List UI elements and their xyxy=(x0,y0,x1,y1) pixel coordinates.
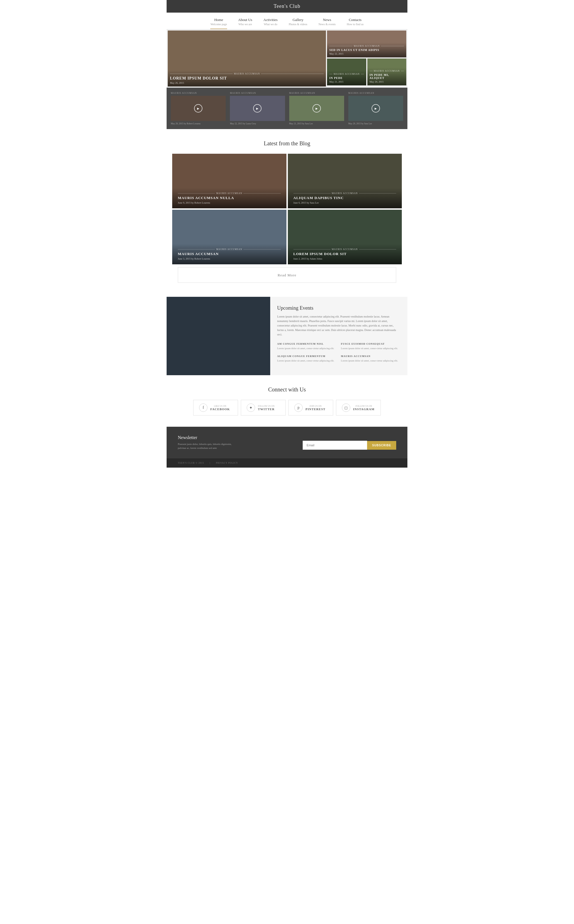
video-author-2: MAURIS ACCUMSAN xyxy=(289,92,344,95)
footer-bottom: TEEN'S CLUB © 2015 | PRIVACY POLICY xyxy=(167,458,407,468)
subscribe-button[interactable]: SUBSCRIBE xyxy=(367,441,396,450)
twitter-icon: ✦ xyxy=(247,404,255,412)
nav-item-contacts[interactable]: ContactsHow to find us xyxy=(341,16,369,29)
footer-copyright: TEEN'S CLUB © 2015 xyxy=(178,462,204,464)
blog-section-title: Latest from the Blog xyxy=(172,140,402,147)
hero-sm-1-title: SED IN LACUS UT ENIM ADIPIS xyxy=(329,49,404,52)
blog-card-3-title: MAURIS ACCUMSAN xyxy=(178,252,281,256)
hero-main-overlay: MAURIS ACCUMSAN LOREM IPSUM DOLOR SIT Ma… xyxy=(168,70,326,87)
connect-section: Connect with Us f Like us on FACEBOOK ✦ … xyxy=(167,375,407,427)
nav-item-about[interactable]: About UsWho we are xyxy=(233,16,258,29)
nav-sub-contacts: How to find us xyxy=(347,23,364,26)
video-item-0: MAURIS ACCUMSAN ▶ May 29, 2015 by Robert… xyxy=(171,92,226,125)
footer-privacy-link[interactable]: PRIVACY POLICY xyxy=(216,462,238,464)
event-3-name: ALIQUAM CONGUE FERMENTUM xyxy=(277,355,337,358)
blog-card-2[interactable]: MAURIS ACCUMSAN ALIQUAM DAPIBUS TINC Jun… xyxy=(288,154,402,208)
blog-card-1-title: MAURIS ACCUMSAN NULLA xyxy=(178,196,281,200)
nav-item-news[interactable]: NewsNews & events xyxy=(313,16,341,29)
hero-sm-3-date: May 20, 2015 xyxy=(370,80,404,83)
hero-sm-1-date: May 22, 2015 xyxy=(329,52,404,55)
video-author-0: MAURIS ACCUMSAN xyxy=(171,92,226,95)
hero-main-image[interactable]: MAURIS ACCUMSAN LOREM IPSUM DOLOR SIT Ma… xyxy=(168,30,326,87)
instagram-button[interactable]: ◻ Follow us on INSTAGRAM xyxy=(336,400,381,416)
pinterest-icon: p xyxy=(294,404,303,412)
play-button-3[interactable]: ▶ xyxy=(372,104,380,113)
event-2-desc: Lorem ipsum dolor sit amet, conse-ctetur… xyxy=(341,347,401,350)
play-button-0[interactable]: ▶ xyxy=(194,104,202,113)
event-item-4: MAURIS ACCUMSAN Lorem ipsum dolor sit am… xyxy=(341,355,401,363)
video-thumb-2[interactable]: ▶ xyxy=(289,96,344,121)
blog-card-3[interactable]: MAURIS ACCUMSAN MAURIS ACCUMSAN June 3, … xyxy=(172,210,287,264)
event-4-name: MAURIS ACCUMSAN xyxy=(341,355,401,358)
events-grid: AM CONGUE FERMENTUM NISL Lorem ipsum dol… xyxy=(277,342,401,363)
connect-section-title: Connect with Us xyxy=(172,386,402,393)
video-author-1: MAURIS ACCUMSAN xyxy=(230,92,285,95)
event-1-desc: Lorem ipsum dolor sit amet, conse-ctetur… xyxy=(277,347,337,350)
blog-card-1-author: MAURIS ACCUMSAN xyxy=(178,192,281,195)
hero-sm-1[interactable]: MAURIS ACCUMSAN SED IN LACUS UT ENIM ADI… xyxy=(327,30,406,57)
site-title: Teen's Club xyxy=(274,3,300,9)
blog-card-4[interactable]: MAURIS ACCUMSAN LOREM IPSUM DOLOR SIT Ju… xyxy=(288,210,402,264)
blog-card-1-meta: June 9, 2015 by Robert Lourens xyxy=(178,201,281,204)
video-author-3: MAURIS ACCUMSAN xyxy=(348,92,403,95)
video-meta-1: May 22, 2015 by Laura Grey xyxy=(230,122,285,125)
nav-item-home[interactable]: HomeWelcome page xyxy=(205,16,233,29)
pinterest-text: Join us on PINTEREST xyxy=(306,405,325,411)
hero-main-author: MAURIS ACCUMSAN xyxy=(170,73,324,75)
nav-label-news: News xyxy=(319,17,336,22)
event-item-1: AM CONGUE FERMENTUM NISL Lorem ipsum dol… xyxy=(277,342,337,350)
blog-grid: MAURIS ACCUMSAN MAURIS ACCUMSAN NULLA Ju… xyxy=(172,154,402,264)
instagram-name: INSTAGRAM xyxy=(353,407,375,411)
blog-card-1[interactable]: MAURIS ACCUMSAN MAURIS ACCUMSAN NULLA Ju… xyxy=(172,154,287,208)
nav-label-about: About Us xyxy=(238,17,252,22)
hero-main-date: May 26, 2015 xyxy=(170,82,324,84)
play-button-2[interactable]: ▶ xyxy=(312,104,321,113)
twitter-text: Follow us on TWITTER xyxy=(258,405,275,411)
email-input[interactable] xyxy=(303,441,367,450)
hero-sm-3[interactable]: MAURIS ACCUMSAN IN PEDE MI, ALIQUET May … xyxy=(367,58,406,85)
instagram-text: Follow us on INSTAGRAM xyxy=(353,405,375,411)
nav-item-gallery[interactable]: GalleryPhotos & videos xyxy=(283,16,313,29)
facebook-text: Like us on FACEBOOK xyxy=(210,405,230,411)
video-meta-0: May 29, 2015 by Robert Losurus xyxy=(171,122,226,125)
footer-separator: | xyxy=(210,462,211,464)
newsletter-text: Newsletter Praesent justo dolor, loborti… xyxy=(178,435,234,450)
blog-card-3-author: MAURIS ACCUMSAN xyxy=(178,248,281,251)
nav-label-contacts: Contacts xyxy=(347,17,364,22)
nav-sub-home: Welcome page xyxy=(211,23,227,26)
pinterest-button[interactable]: p Join us on PINTEREST xyxy=(289,400,333,416)
instagram-sub: Follow us on xyxy=(353,405,375,407)
facebook-button[interactable]: f Like us on FACEBOOK xyxy=(193,400,238,416)
event-2-name: FUSCE EUISMOD CONSEQUAT xyxy=(341,342,401,345)
social-buttons: f Like us on FACEBOOK ✦ Follow us on TWI… xyxy=(172,400,402,416)
hero-sm-3-title: IN PEDE MI, ALIQUET xyxy=(370,73,404,79)
blog-card-4-meta: June 2, 2015 by Adam Johns xyxy=(293,257,396,260)
events-image xyxy=(167,297,270,375)
video-item-2: MAURIS ACCUMSAN ▶ May 21, 2015 by Sara L… xyxy=(289,92,344,125)
hero-sm-3-author: MAURIS ACCUMSAN xyxy=(370,70,404,72)
nav-label-home: Home xyxy=(211,17,227,22)
video-thumb-0[interactable]: ▶ xyxy=(171,96,226,121)
video-thumb-3[interactable]: ▶ xyxy=(348,96,403,121)
video-thumb-1[interactable]: ▶ xyxy=(230,96,285,121)
hero-main-title: LOREM IPSUM DOLOR SIT xyxy=(170,76,324,80)
newsletter-section: Newsletter Praesent justo dolor, loborti… xyxy=(167,427,407,458)
video-section: MAURIS ACCUMSAN ▶ May 29, 2015 by Robert… xyxy=(167,88,407,129)
facebook-name: FACEBOOK xyxy=(210,407,230,411)
blog-section: Latest from the Blog MAURIS ACCUMSAN MAU… xyxy=(167,129,407,297)
hero-sm-2[interactable]: MAURIS ACCUMSAN IN PEDE May 21, 2015 xyxy=(327,58,366,85)
hero-sm-2-author: MAURIS ACCUMSAN xyxy=(329,73,364,75)
hero-section: MAURIS ACCUMSAN LOREM IPSUM DOLOR SIT Ma… xyxy=(167,29,407,88)
nav-sub-activities: What we do xyxy=(263,23,278,26)
read-more-button[interactable]: Read More xyxy=(178,267,396,283)
nav-sub-about: Who we are xyxy=(238,23,252,26)
twitter-button[interactable]: ✦ Follow us on TWITTER xyxy=(241,400,285,416)
hero-sm-1-author: MAURIS ACCUMSAN xyxy=(329,45,404,47)
newsletter-form: SUBSCRIBE xyxy=(303,441,396,450)
events-content: Upcoming Events Lorem ipsum dolor sit am… xyxy=(270,297,407,375)
play-button-1[interactable]: ▶ xyxy=(253,104,262,113)
nav-label-activities: Activities xyxy=(263,17,278,22)
events-description: Lorem ipsum dolor sit amet, consectetur … xyxy=(277,314,401,337)
pinterest-sub: Join us on xyxy=(306,405,325,407)
nav-item-activities[interactable]: ActivitiesWhat we do xyxy=(258,16,283,29)
